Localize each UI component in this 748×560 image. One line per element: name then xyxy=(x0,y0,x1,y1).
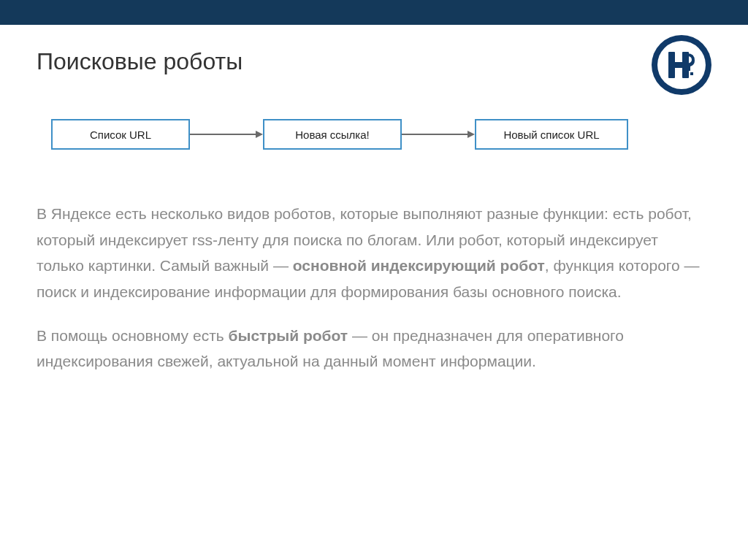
diagram-node-new-url-list: Новый список URL xyxy=(475,119,628,150)
bold-run: быстрый робот xyxy=(229,327,348,344)
bold-run: основной индексирующий робот xyxy=(293,257,545,274)
top-bar xyxy=(0,0,748,25)
arrow-icon xyxy=(402,131,475,138)
body-text: В Яндексе есть несколько видов роботов, … xyxy=(37,201,701,375)
flow-diagram: Список URL Новая ссылка! Новый список UR… xyxy=(51,119,711,150)
diagram-node-new-link: Новая ссылка! xyxy=(263,119,402,150)
paragraph-1: В Яндексе есть несколько видов роботов, … xyxy=(37,201,701,305)
paragraph-2: В помощь основному есть быстрый робот — … xyxy=(37,323,701,375)
svg-rect-3 xyxy=(690,72,693,75)
hse-logo xyxy=(652,35,711,95)
logo-icon xyxy=(663,46,701,84)
slide-title: Поисковые роботы xyxy=(37,48,711,75)
text-run: В помощь основному есть xyxy=(37,327,229,344)
slide-content: Поисковые роботы Список URL Новая ссылка… xyxy=(0,25,748,375)
diagram-node-url-list: Список URL xyxy=(51,119,190,150)
arrow-icon xyxy=(190,131,263,138)
